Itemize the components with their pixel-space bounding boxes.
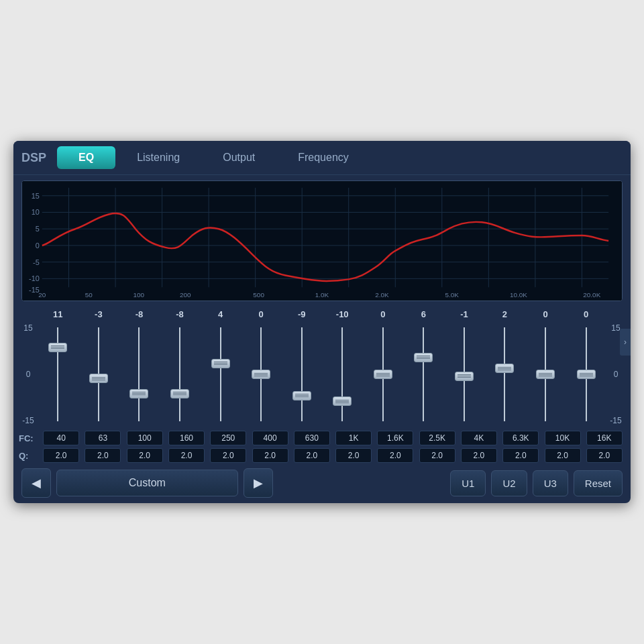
fader-handle-9[interactable] [414,353,433,362]
tab-listening[interactable]: Listening [115,146,201,169]
fader-track-5[interactable] [260,327,262,421]
q-val-8[interactable]: 2.0 [377,448,413,463]
db-0-left: 0 [26,370,31,379]
header: DSP EQ Listening Output Frequency [13,141,631,175]
fc-val-11[interactable]: 6.3K [502,431,539,445]
fader-track-12[interactable] [545,327,546,421]
prev-button[interactable]: ◀ [21,468,51,498]
svg-rect-0 [22,181,622,301]
fader-handle-2[interactable] [129,389,148,398]
fader-col-6 [283,321,321,428]
fader-handle-11[interactable] [495,364,514,373]
fader-value-9: 6 [405,309,442,319]
fc-row: FC: 40631001602504006301K1.6K2.5K4K6.3K1… [19,431,625,445]
q-val-13[interactable]: 2.0 [586,448,623,463]
fader-col-10 [445,321,483,428]
fader-col-1 [80,321,117,428]
q-val-3[interactable]: 2.0 [168,448,205,463]
fader-track-6[interactable] [301,327,303,421]
q-val-11[interactable]: 2.0 [502,448,539,463]
fc-val-7[interactable]: 1K [335,431,372,445]
q-val-10[interactable]: 2.0 [461,448,497,463]
tab-output[interactable]: Output [201,146,276,169]
fc-val-0[interactable]: 40 [43,431,79,445]
fader-col-8 [364,321,402,428]
fader-handle-6[interactable] [292,391,311,400]
fader-track-8[interactable] [382,327,384,421]
u1-button[interactable]: U1 [450,470,486,496]
svg-text:500: 500 [253,291,264,299]
svg-text:10.0K: 10.0K [510,291,527,299]
fader-handle-1[interactable] [89,374,108,383]
fc-val-12[interactable]: 10K [545,431,581,445]
fader-track-7[interactable] [341,327,343,421]
main-panel: 15 10 5 0 -5 -10 -15 20 50 100 200 500 1… [13,180,631,503]
svg-text:-10: -10 [29,274,40,282]
dsp-label: DSP [21,151,46,165]
svg-text:10: 10 [32,208,40,216]
tab-eq[interactable]: EQ [57,146,115,169]
q-val-7[interactable]: 2.0 [335,448,372,463]
svg-text:5: 5 [36,225,40,233]
fc-val-1[interactable]: 63 [85,431,121,445]
q-val-12[interactable]: 2.0 [545,448,581,463]
svg-text:100: 100 [133,291,145,299]
preset-name[interactable]: Custom [56,470,238,496]
fader-handle-13[interactable] [577,370,596,379]
tab-frequency[interactable]: Frequency [276,146,370,169]
fader-track-11[interactable] [504,327,505,421]
fader-track-0[interactable] [57,327,58,421]
q-val-1[interactable]: 2.0 [85,448,121,463]
fader-values: 11-3-8-840-9-1006-1200 [38,309,606,319]
fader-handle-12[interactable] [536,370,555,379]
fader-handle-5[interactable] [252,370,270,379]
fader-track-3[interactable] [179,327,180,421]
fc-val-8[interactable]: 1.6K [377,431,413,445]
fader-track-10[interactable] [464,327,465,421]
q-val-5[interactable]: 2.0 [252,448,288,463]
q-val-0[interactable]: 2.0 [43,448,79,463]
fader-handle-3[interactable] [170,389,189,398]
q-val-2[interactable]: 2.0 [127,448,163,463]
eq-graph[interactable]: 15 10 5 0 -5 -10 -15 20 50 100 200 500 1… [21,180,623,301]
u2-button[interactable]: U2 [491,470,527,496]
q-values: 2.02.02.02.02.02.02.02.02.02.02.02.02.02… [40,448,625,463]
fc-val-9[interactable]: 2.5K [419,431,455,445]
faders-section: 11-3-8-840-9-1006-1200 15 0 -15 15 0 -15 [13,307,631,463]
next-button[interactable]: ▶ [244,468,273,498]
fader-handle-10[interactable] [455,372,474,381]
q-val-6[interactable]: 2.0 [294,448,330,463]
fader-handle-0[interactable] [48,343,67,352]
fader-value-1: -3 [80,309,117,319]
fader-value-13: 0 [568,309,605,319]
fader-track-13[interactable] [586,327,587,421]
fc-val-6[interactable]: 630 [294,431,330,445]
fc-val-2[interactable]: 100 [127,431,163,445]
q-val-4[interactable]: 2.0 [210,448,246,463]
q-val-9[interactable]: 2.0 [419,448,455,463]
scroll-right-arrow[interactable]: › [620,329,631,356]
fader-value-0: 11 [39,309,76,319]
fc-val-13[interactable]: 16K [586,431,623,445]
fader-track-9[interactable] [423,327,424,421]
fc-values: 40631001602504006301K1.6K2.5K4K6.3K10K16… [40,431,625,445]
fader-handle-7[interactable] [333,396,352,406]
fader-handle-4[interactable] [211,359,230,368]
reset-button[interactable]: Reset [574,470,623,496]
fader-handle-8[interactable] [374,370,392,379]
fc-val-3[interactable]: 160 [168,431,205,445]
fader-track-4[interactable] [220,327,221,421]
fader-track-2[interactable] [138,327,140,421]
svg-text:50: 50 [85,291,93,299]
fc-val-5[interactable]: 400 [252,431,288,445]
svg-text:1.0K: 1.0K [315,291,329,299]
fc-val-10[interactable]: 4K [461,431,497,445]
fader-col-0 [39,321,76,428]
bottom-controls: ◀ Custom ▶ U1 U2 U3 Reset [13,463,631,503]
svg-text:20: 20 [38,291,46,299]
faders-row: 15 0 -15 15 0 -15 [19,321,625,428]
fader-track-1[interactable] [98,327,99,421]
u3-button[interactable]: U3 [533,470,568,496]
svg-text:0: 0 [36,241,40,250]
fc-val-4[interactable]: 250 [210,431,246,445]
